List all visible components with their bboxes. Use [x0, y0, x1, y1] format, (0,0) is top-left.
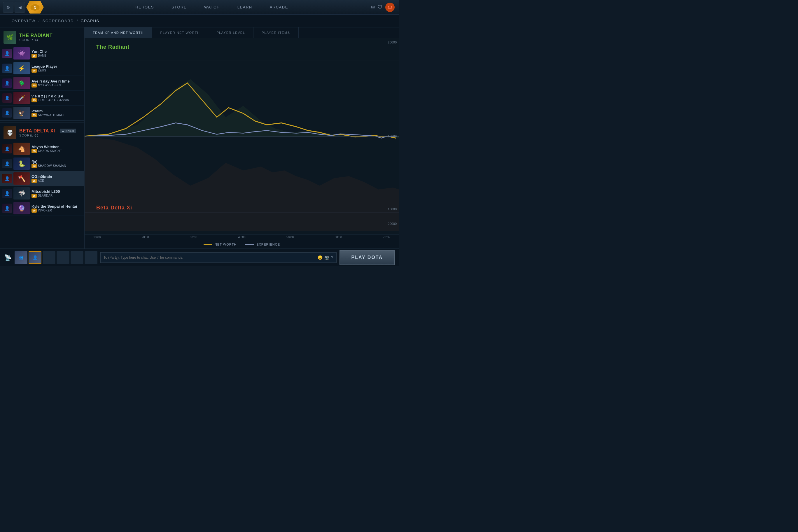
emoji-icon[interactable]: 😊 [318, 255, 323, 260]
hero-name-skywrath: SKYWRATH MAGE [38, 113, 65, 117]
bottom-avatar-group[interactable]: 👥 [15, 251, 27, 264]
hero-info-skywrath: 23 SKYWRATH MAGE [32, 113, 82, 117]
screenshot-icon[interactable]: 📷 [324, 255, 329, 260]
play-dota-button[interactable]: PLAY DOTA [340, 250, 395, 265]
hero-avatar-chaos: 🐴 [14, 142, 30, 155]
hero-name-zeus: ZEUS [38, 69, 46, 72]
player-portrait-mitsubishi: 👤 [2, 189, 12, 198]
player-row-og-n0brain[interactable]: 👤 🪓 OG.n0brain 25 AXE [0, 171, 84, 186]
level-badge-invoker: 25 [32, 209, 37, 213]
hero-name-shadow: SHADOW SHAMAN [38, 164, 66, 167]
hero-name-axe: AXE [38, 179, 44, 182]
hero-name-templar: TEMPLAR ASSASSIN [38, 99, 69, 102]
radiant-team-info: The Radiant SCORE: 74 [19, 33, 53, 42]
nav-arcade[interactable]: ARCADE [270, 4, 288, 11]
power-button[interactable]: ⏻ [385, 3, 395, 12]
player-name-league-player: League Player [32, 64, 82, 69]
player-name-yun-che: Yun Che [32, 49, 82, 54]
chat-input[interactable] [103, 255, 315, 260]
player-portrait-averiday: 👤 [2, 78, 12, 88]
hero-info-invoker: 25 INVOKER [32, 209, 82, 213]
graph-legend: NET WORTH EXPERIENCE [84, 240, 399, 248]
player-row-psalm[interactable]: 👤 🦅 Psalm 23 SKYWRATH MAGE [0, 106, 84, 120]
bottom-avatar-slot-6[interactable] [84, 251, 97, 264]
player-portrait-kyle: 👤 [2, 204, 12, 213]
hero-name-slardar: SLARDAR [38, 194, 53, 197]
bottom-avatar-active[interactable]: 👤 [28, 251, 41, 264]
radiant-team-score: SCORE: 74 [19, 38, 53, 42]
dire-team-header: 💀 Beta Delta Xi WINNER SCORE: 63 [0, 123, 84, 141]
bottom-avatar-slot-5[interactable] [71, 251, 83, 264]
y-label-vbottom: 20000 [387, 222, 397, 226]
time-label-6: 70:32 [383, 236, 390, 239]
radiant-team-header: 🌿 The Radiant SCORE: 74 [0, 27, 84, 46]
graph-tab-items[interactable]: PLAYER ITEMS [253, 27, 298, 38]
nav-heroes[interactable]: HEROES [135, 4, 154, 11]
graph-label-radiant: The Radiant [96, 44, 130, 50]
player-portrait-abyss: 👤 [2, 144, 12, 153]
mail-icon[interactable]: ✉ [371, 4, 375, 10]
hero-info-zeus: 25 ZEUS [32, 69, 82, 73]
time-label-4: 50:00 [286, 236, 294, 239]
graph-tabs: TEAM XP AND NET WORTH PLAYER NET WORTH P… [84, 27, 399, 38]
nav-right: ✉ 🛡 ⏻ [371, 3, 399, 12]
graph-tab-networth[interactable]: PLAYER NET WORTH [152, 27, 209, 38]
nav-learn[interactable]: LEARN [238, 4, 252, 11]
graph-svg [84, 41, 399, 231]
shield-icon[interactable]: 🛡 [378, 5, 382, 10]
settings-button[interactable]: ⚙ [3, 2, 14, 13]
player-row-fx[interactable]: 👤 🐍 f(x) 23 SHADOW SHAMAN [0, 156, 84, 171]
player-portrait-psalm: 👤 [2, 108, 12, 117]
player-name-psalm: Psalm [32, 109, 82, 113]
player-portrait-fx: 👤 [2, 159, 12, 168]
hero-avatar-bane: 👾 [14, 47, 30, 59]
player-info-fx: f(x) 23 SHADOW SHAMAN [32, 159, 82, 168]
nav-watch[interactable]: WATCH [204, 4, 220, 11]
team-divider [0, 120, 84, 123]
nav-store[interactable]: STORE [171, 4, 187, 11]
graph-tab-xp[interactable]: TEAM XP AND NET WORTH [84, 27, 152, 38]
player-info-mitsubishi: Mitsubishi L300 25 SLARDAR [32, 189, 82, 198]
legend-experience: EXPERIENCE [245, 243, 280, 246]
chat-area: 😊 📷 ? [100, 252, 337, 263]
svg-marker-5 [84, 79, 399, 138]
top-nav: ⚙ ◀ D HEROES STORE WATCH LEARN ARCADE ✉ … [0, 0, 399, 15]
player-portrait-venz: 👤 [2, 93, 12, 103]
bottom-avatar-slot-4[interactable] [57, 251, 70, 264]
player-row-league-player[interactable]: 👤 ⚡ League Player 25 ZEUS [0, 61, 84, 76]
bottom-avatar-slot-3[interactable] [43, 251, 55, 264]
nav-tabs: HEROES STORE WATCH LEARN ARCADE [53, 4, 371, 11]
player-row-mitsubishi[interactable]: 👤 🦈 Mitsubishi L300 25 SLARDAR [0, 186, 84, 201]
player-name-mitsubishi: Mitsubishi L300 [32, 189, 82, 194]
graph-tab-level[interactable]: PLAYER LEVEL [208, 27, 253, 38]
hero-info-templar: 25 TEMPLAR ASSASSIN [32, 98, 82, 102]
graph-area: TEAM XP AND NET WORTH PLAYER NET WORTH P… [84, 27, 399, 248]
time-label-5: 60:00 [335, 236, 342, 239]
breadcrumb-overview[interactable]: OVERVIEW [12, 19, 36, 23]
hero-info-axe: 25 AXE [32, 179, 82, 183]
hero-avatar-slardar: 🦈 [14, 187, 30, 200]
back-button[interactable]: ◀ [15, 2, 25, 13]
hero-name-bane: BANE [38, 54, 46, 57]
breadcrumb-graphs[interactable]: GRAPHS [81, 19, 99, 23]
legend-experience-label: EXPERIENCE [256, 243, 280, 246]
player-row-abyss[interactable]: 👤 🐴 Abyss Watcher 25 CHAOS KNIGHT [0, 141, 84, 156]
hero-avatar-nyx: 🪲 [14, 77, 30, 89]
player-row-averiday[interactable]: 👤 🪲 Ave ri day Ave ri time 25 NYX ASSASS… [0, 76, 84, 91]
radio-icon[interactable]: 📡 [4, 254, 12, 261]
legend-networth: NET WORTH [204, 243, 236, 246]
hero-info-shadow: 23 SHADOW SHAMAN [32, 164, 82, 168]
hero-info-nyx: 25 NYX ASSASSIN [32, 83, 82, 88]
graph-label-dire: Beta Delta Xi [96, 205, 132, 211]
hero-avatar-axe: 🪓 [14, 172, 30, 185]
player-row-venz[interactable]: 👤 🗡️ v e n z | | r o q u e 25 TEMPLAR AS… [0, 91, 84, 106]
help-icon[interactable]: ? [331, 255, 334, 260]
player-row-yun-che[interactable]: 👤 👾 Yun Che 25 BANE [0, 46, 84, 61]
dire-team-score: SCORE: 63 [19, 134, 76, 137]
player-info-league-player: League Player 25 ZEUS [32, 64, 82, 73]
breadcrumb-scoreboard[interactable]: SCOREBOARD [42, 19, 74, 23]
player-info-og: OG.n0brain 25 AXE [32, 174, 82, 183]
radiant-team-icon: 🌿 [3, 31, 16, 44]
player-row-kyle[interactable]: 👤 🔮 Kyle the Senpai of Hentai 25 INVOKER [0, 201, 84, 216]
time-label-2: 30:00 [190, 236, 197, 239]
